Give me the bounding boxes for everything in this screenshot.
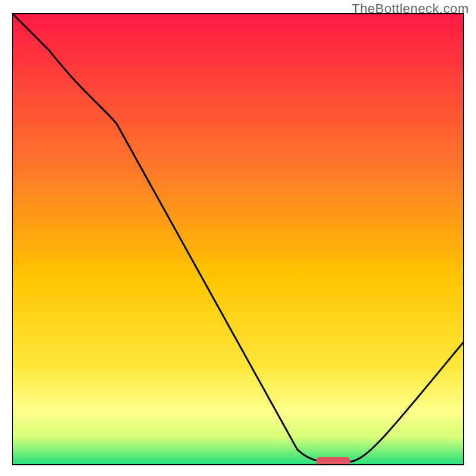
chart-svg — [13, 14, 463, 464]
optimum-marker — [316, 457, 350, 464]
plot-area — [12, 13, 464, 465]
stage: TheBottleneck.com — [0, 0, 476, 476]
gradient-background — [13, 14, 463, 464]
